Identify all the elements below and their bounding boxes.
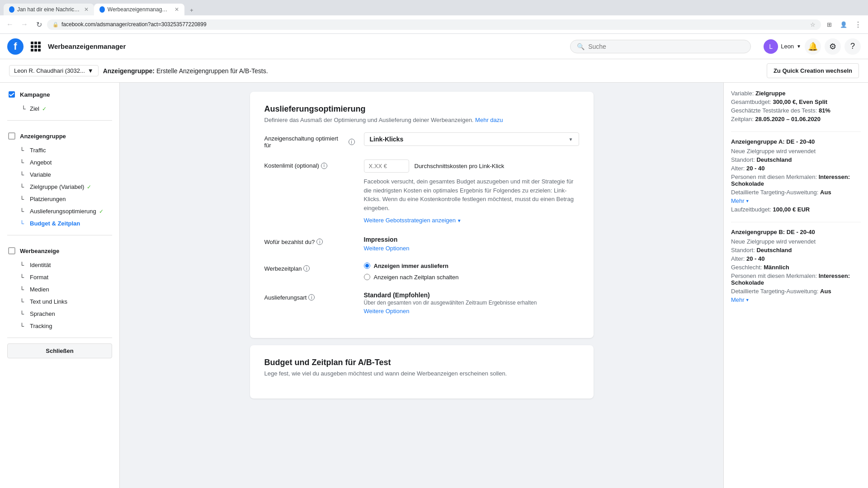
auslieferungsart-content: Standard (Empfohlen) Über den gesamten v…	[364, 291, 579, 314]
fb-logo: f	[7, 38, 24, 55]
weitere-optionen-link1[interactable]: Weitere Optionen	[364, 245, 579, 252]
close-button[interactable]: Schließen	[7, 343, 112, 358]
optimierung-dropdown[interactable]: Link-Klicks ▼	[364, 132, 579, 146]
new-tab-button[interactable]: +	[186, 5, 197, 15]
mehr-dazu-link[interactable]: Mehr dazu	[475, 117, 503, 123]
optimierung-info-icon[interactable]: i	[349, 139, 355, 145]
weitere-optionen-link2[interactable]: Weitere Optionen	[364, 308, 579, 314]
quick-creation-button[interactable]: Zu Quick Creation wechseln	[767, 63, 859, 78]
group-b-standort: Standort: Deutschland	[731, 247, 861, 253]
budget-card: Budget und Zeitplan für A/B-Test Lege fe…	[250, 345, 594, 399]
sidebar-item-sprachen[interactable]: └ Sprachen	[7, 308, 112, 320]
tab-close-jan[interactable]: ✕	[84, 6, 89, 13]
profile-icon[interactable]: 👤	[837, 18, 850, 31]
gesamtbudget-row: Gesamtbudget: 300,00 €, Even Split	[731, 99, 861, 105]
avatar: L	[764, 39, 778, 54]
card2-title: Budget und Zeitplan für A/B-Test	[264, 358, 579, 367]
grid-menu-icon[interactable]	[31, 42, 41, 52]
variable-value: Zielgruppe	[755, 90, 785, 97]
sidebar-item-traffic[interactable]: └ Traffic	[7, 144, 112, 156]
kampagne-header: Kampagne	[7, 88, 112, 103]
card1-subtitle-text: Definiere das Ausmaß der Optimierung und…	[264, 117, 476, 123]
cost-label: Durchschnittskosten pro Link-Klick	[415, 163, 505, 169]
sidebar-item-budget[interactable]: └ Budget & Zeitplan	[7, 217, 112, 230]
werbezeitplan-row: Werbezeitplan i Anzeigen immer ausliefer…	[264, 263, 579, 281]
optimierung-row: Anzeigenschaltung optimiert für i Link-K…	[264, 132, 579, 149]
weitere-gebotsstrategien-link[interactable]: Weitere Gebotsstrategien anzeigen	[364, 216, 462, 225]
group-a-mehr-link[interactable]: Mehr	[731, 197, 750, 204]
budget-label: Budget & Zeitplan	[30, 220, 80, 227]
sidebar-item-angebot[interactable]: └ Angebot	[7, 156, 112, 169]
werbezeitplan-info-icon[interactable]: i	[303, 265, 310, 272]
identitaet-label: Identität	[30, 262, 51, 268]
more-icon[interactable]: ⋮	[852, 18, 864, 31]
reload-button[interactable]: ↻	[33, 18, 45, 31]
radio-schedule-input[interactable]	[364, 274, 370, 280]
zielgruppe-check-icon: ✓	[87, 184, 91, 190]
group-a-neue-zielgruppe: Neue Zielgruppe wird verwendet	[731, 148, 861, 155]
sidebar-item-ziel[interactable]: └ Ziel ✓	[7, 103, 112, 115]
anzeigengruppe-header: Anzeigengruppe	[7, 130, 112, 144]
browser-chrome: Jan hat dir eine Nachricht ge... ✕ Werbe…	[0, 0, 868, 34]
content-inner: Auslieferungsoptimierung Definiere das A…	[250, 83, 594, 415]
group-a-section: Anzeigengruppe A: DE - 20-40 Neue Zielgr…	[731, 138, 861, 213]
user-info[interactable]: L Leon ▼	[764, 39, 801, 54]
tab-favicon-jan	[9, 6, 14, 13]
sidebar-item-format[interactable]: └ Format	[7, 271, 112, 283]
variable-row: Variable: Zielgruppe	[731, 90, 861, 97]
breadcrumb-label: Anzeigengruppe:	[103, 67, 155, 75]
search-input[interactable]	[588, 43, 744, 50]
text-links-label: Text und Links	[30, 298, 67, 305]
search-bar[interactable]: 🔍	[570, 40, 751, 53]
summary-section: Variable: Zielgruppe Gesamtbudget: 300,0…	[731, 90, 861, 122]
tab-ads[interactable]: Werbeanzeigenmanager - Cr... ✕	[94, 4, 184, 15]
sidebar-item-variable[interactable]: └ Variable	[7, 169, 112, 181]
tab-title-jan: Jan hat dir eine Nachricht ge...	[17, 6, 80, 13]
auslieferungsart-info-icon[interactable]: i	[308, 294, 315, 300]
sidebar-item-text-links[interactable]: └ Text und Links	[7, 296, 112, 308]
help-icon[interactable]: ?	[844, 38, 861, 55]
platzierungen-label: Platzierungen	[30, 196, 66, 202]
cost-input[interactable]	[364, 160, 409, 173]
svg-rect-2	[9, 248, 15, 254]
group-b-title: Anzeigengruppe B: DE - 20-40	[731, 229, 861, 235]
kostenlimit-info-box: Facebook versucht, dein gesamtes Budget …	[364, 177, 579, 225]
radio-schedule[interactable]: Anzeigen nach Zeitplan schalten	[364, 274, 579, 281]
group-b-mehr: Mehr	[731, 296, 861, 303]
werbeanzeige-icon	[7, 246, 16, 255]
sidebar-item-zielgruppe[interactable]: └ Zielgruppe (Variabel) ✓	[7, 181, 112, 193]
sidebar-item-medien[interactable]: └ Medien	[7, 283, 112, 296]
sidebar-item-identitaet[interactable]: └ Identität	[7, 259, 112, 271]
zielgruppe-label: Zielgruppe (Variabel)	[30, 183, 84, 190]
variable-label: Variable:	[731, 90, 754, 97]
sidebar-item-tracking[interactable]: └ Tracking	[7, 320, 112, 332]
account-name: Leon R. Chaudhari (3032...	[14, 67, 85, 74]
wofuer-row: Wofür bezahlst du? i Impression Weitere …	[264, 236, 579, 252]
anzeigengruppe-icon	[7, 131, 16, 141]
kostenlimit-info-icon[interactable]: i	[321, 163, 327, 169]
group-b-mehr-link[interactable]: Mehr	[731, 296, 750, 303]
address-bar[interactable]: 🔒 facebook.com/adsmanager/creation?act=3…	[47, 19, 821, 30]
kostenlimit-label: Kostenlimit (optional) i	[264, 160, 355, 169]
account-selector[interactable]: Leon R. Chaudhari (3032... ▼	[9, 65, 99, 76]
kostenlimit-row: Kostenlimit (optional) i Durchschnittsko…	[264, 160, 579, 225]
extensions-icon[interactable]: ⊞	[823, 18, 835, 31]
notification-bell[interactable]: 🔔	[805, 38, 821, 55]
wofuer-label: Wofür bezahlst du? i	[264, 236, 355, 245]
zeitplan-value: 28.05.2020 – 01.06.2020	[755, 116, 821, 122]
optimierung-content: Link-Klicks ▼	[364, 132, 579, 146]
sidebar-item-auslieferung[interactable]: └ Auslieferungsoptimierung ✓	[7, 205, 112, 217]
radio-always-input[interactable]	[364, 263, 370, 269]
group-a-targeting: Detaillierte Targeting-Ausweitung: Aus	[731, 189, 861, 196]
tab-close-ads[interactable]: ✕	[175, 6, 179, 13]
tab-jan[interactable]: Jan hat dir eine Nachricht ge... ✕	[4, 4, 94, 15]
main-content: Auslieferungsoptimierung Definiere das A…	[120, 83, 723, 488]
radio-always[interactable]: Anzeigen immer ausliefern	[364, 263, 579, 269]
forward-button[interactable]: →	[18, 18, 31, 31]
sidebar: Kampagne └ Ziel ✓ Anzeigengruppe └ Traff…	[0, 83, 120, 488]
optimierung-value: Link-Klicks	[370, 136, 404, 143]
back-button[interactable]: ←	[4, 18, 16, 31]
settings-icon[interactable]: ⚙	[825, 38, 841, 55]
sidebar-item-platzierungen[interactable]: └ Platzierungen	[7, 193, 112, 205]
wofuer-info-icon[interactable]: i	[316, 239, 323, 245]
